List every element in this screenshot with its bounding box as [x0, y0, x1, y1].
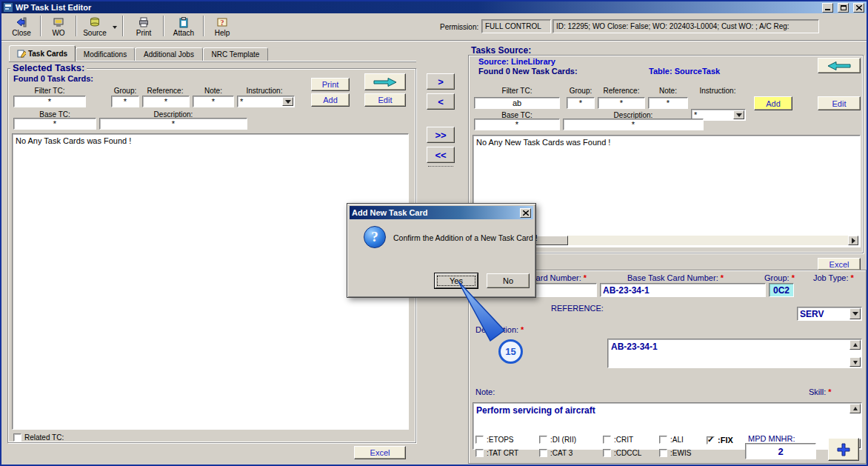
- add-selected-button[interactable]: Add: [311, 93, 350, 107]
- toolbar-separator: [40, 16, 41, 36]
- yes-button[interactable]: Yes: [435, 273, 478, 288]
- title-bar: WP Task List Editor: [1, 1, 867, 13]
- excel-export-button[interactable]: Excel: [354, 446, 406, 459]
- reference-field-label: REFERENCE:: [551, 304, 604, 313]
- instruction-dropdown-button[interactable]: [733, 110, 744, 119]
- instruction-label: Instruction:: [236, 87, 293, 95]
- tab-modifications[interactable]: Modifications: [76, 47, 135, 61]
- source-group-input[interactable]: *: [567, 97, 595, 109]
- checkbox-etops[interactable]: :ETOPS: [475, 436, 514, 444]
- source-description-input[interactable]: *: [563, 119, 704, 130]
- scroll-right-button[interactable]: [848, 236, 858, 245]
- job-type-dropdown-button[interactable]: [849, 308, 861, 319]
- base-tc-input[interactable]: *: [13, 118, 96, 130]
- checkbox-cdccl[interactable]: :CDCCL: [603, 449, 641, 457]
- source-note-input[interactable]: *: [648, 97, 688, 109]
- instruction-dropdown-button[interactable]: [282, 97, 293, 106]
- base-task-card-number-input[interactable]: AB-23-34-1: [600, 283, 766, 297]
- minimize-button[interactable]: [822, 3, 833, 13]
- chevron-down-icon: [285, 100, 291, 107]
- move-all-right-button[interactable]: >>: [427, 127, 455, 143]
- scrollbar-track[interactable]: [568, 236, 848, 245]
- base-task-card-number-label: Base Task Card Number:*: [627, 273, 724, 282]
- print-button[interactable]: Print: [127, 16, 160, 38]
- arrow-up-icon: [853, 405, 858, 410]
- exit-icon: [16, 16, 27, 28]
- checkbox-ali[interactable]: :ALI: [659, 436, 684, 444]
- maximize-button[interactable]: [838, 3, 849, 13]
- excel-source-button[interactable]: Excel: [818, 258, 861, 270]
- checkbox-box[interactable]: [13, 433, 21, 442]
- group-input[interactable]: *: [111, 96, 139, 107]
- checkbox-cat-3[interactable]: :CAT 3: [539, 449, 572, 457]
- checkbox-ewis[interactable]: :EWIS: [659, 449, 691, 457]
- printer-icon: [138, 16, 150, 28]
- no-button[interactable]: No: [487, 273, 530, 288]
- source-base-tc-input[interactable]: *: [474, 119, 560, 130]
- scroll-up-button[interactable]: [849, 404, 861, 413]
- close-window-button[interactable]: [853, 3, 864, 13]
- move-left-arrow-button[interactable]: [818, 58, 861, 73]
- arrow-right-icon: [852, 238, 858, 244]
- scroll-up-button[interactable]: [849, 340, 861, 350]
- scroll-down-button[interactable]: [849, 357, 861, 367]
- toolbar-separator: [163, 16, 164, 36]
- source-dropdown-button[interactable]: [110, 18, 119, 36]
- source-button[interactable]: Source: [80, 16, 110, 38]
- dialog-title-bar: Add New Task Card: [350, 206, 533, 219]
- add-task-card-button[interactable]: [828, 438, 859, 461]
- source-filter-tc-input[interactable]: ab: [474, 97, 560, 109]
- empty-list-message: No Any New Task Cards was Found !: [476, 138, 610, 147]
- wo-button[interactable]: WO: [44, 16, 73, 38]
- group-value-input[interactable]: 0C2: [769, 283, 794, 297]
- instruction-combo[interactable]: *: [237, 96, 295, 107]
- move-one-left-button[interactable]: <: [427, 93, 455, 110]
- source-reference-input[interactable]: *: [598, 97, 645, 109]
- mpd-mnhr-input[interactable]: 2: [745, 443, 816, 459]
- description-filter-input[interactable]: *: [99, 118, 247, 130]
- close-button[interactable]: Close: [7, 16, 36, 38]
- arrow-down-icon: [853, 361, 858, 367]
- print-list-button[interactable]: Print: [311, 78, 350, 91]
- group-label: Group:: [567, 87, 595, 95]
- attach-button[interactable]: Attach: [167, 16, 200, 38]
- close-icon: [856, 5, 862, 10]
- attachment-icon: [178, 16, 190, 28]
- note-field-label: Note:: [475, 387, 495, 396]
- dialog-close-button[interactable]: [520, 208, 531, 218]
- filter-tc-label: Filter TC:: [13, 87, 86, 95]
- checkbox-tat-crt[interactable]: :TAT CRT: [475, 449, 518, 457]
- add-source-button[interactable]: Add: [754, 96, 792, 110]
- selected-tasks-title: Selected Tasks:: [10, 62, 87, 73]
- filter-tc-input[interactable]: *: [13, 96, 86, 107]
- related-tc-checkbox[interactable]: Related TC:: [13, 433, 64, 442]
- note-label: Note:: [647, 87, 690, 95]
- close-icon: [523, 210, 529, 216]
- plus-icon: [835, 442, 852, 458]
- checkbox-fix[interactable]: :FIX: [707, 436, 733, 445]
- edit-selected-button[interactable]: Edit: [364, 93, 406, 107]
- work-order-icon: [53, 16, 64, 28]
- work-order-info: ID: 12295; WO Close: False; WO: 202403-L…: [552, 19, 819, 33]
- move-all-left-button[interactable]: <<: [427, 147, 455, 163]
- permission-label: Permission:: [440, 23, 478, 31]
- tab-task-cards[interactable]: Task Cards: [9, 45, 76, 61]
- job-type-label: Job Type:*: [813, 273, 854, 282]
- move-one-right-button[interactable]: >: [427, 73, 455, 90]
- reference-input[interactable]: *: [142, 96, 190, 107]
- checkbox-crit[interactable]: :CRIT: [603, 436, 633, 444]
- svg-text:?: ?: [221, 19, 224, 27]
- tab-additional-jobs[interactable]: Additional Jobs: [135, 47, 203, 61]
- help-button[interactable]: ? Help: [207, 16, 237, 38]
- checkbox-di-rii[interactable]: :DI (RII): [539, 436, 576, 444]
- move-right-arrow-button[interactable]: [364, 73, 406, 90]
- job-type-combo[interactable]: SERV: [797, 307, 862, 321]
- tab-nrc-template[interactable]: NRC Template: [203, 47, 268, 61]
- note-input[interactable]: *: [193, 96, 234, 107]
- arrow-right-icon: [372, 77, 398, 87]
- reference-input[interactable]: AB-23-34-1: [607, 339, 862, 368]
- chevron-down-icon: [852, 312, 858, 319]
- question-icon: [364, 226, 386, 248]
- edit-source-button[interactable]: Edit: [818, 96, 861, 110]
- add-task-card-dialog: Add New Task Card Confirm the Addition o…: [347, 203, 536, 298]
